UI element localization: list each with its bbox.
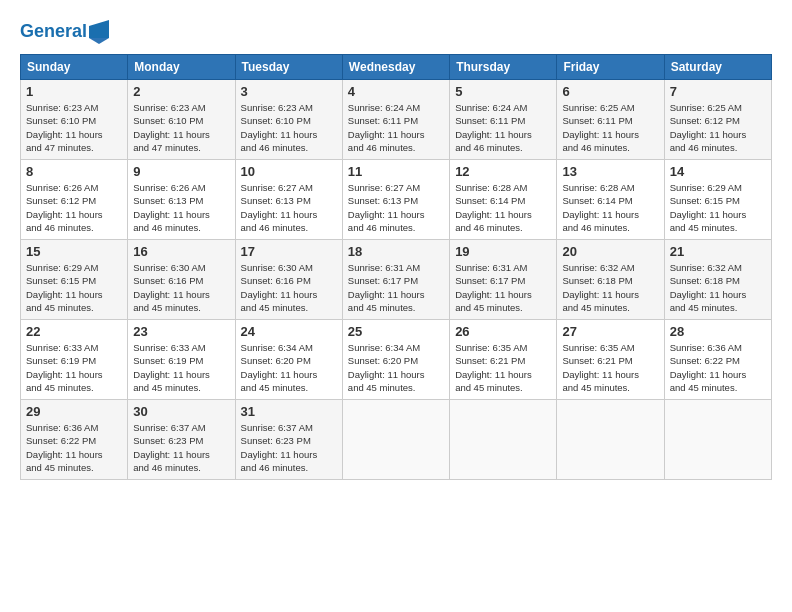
day-info: Sunrise: 6:26 AMSunset: 6:13 PMDaylight:… [133, 181, 229, 234]
day-cell: 31Sunrise: 6:37 AMSunset: 6:23 PMDayligh… [235, 400, 342, 480]
day-number: 27 [562, 324, 658, 339]
day-info: Sunrise: 6:32 AMSunset: 6:18 PMDaylight:… [562, 261, 658, 314]
col-header-monday: Monday [128, 55, 235, 80]
day-number: 13 [562, 164, 658, 179]
day-cell [450, 400, 557, 480]
day-info: Sunrise: 6:28 AMSunset: 6:14 PMDaylight:… [562, 181, 658, 234]
day-number: 28 [670, 324, 766, 339]
day-cell: 9Sunrise: 6:26 AMSunset: 6:13 PMDaylight… [128, 160, 235, 240]
day-number: 1 [26, 84, 122, 99]
day-info: Sunrise: 6:29 AMSunset: 6:15 PMDaylight:… [670, 181, 766, 234]
day-cell: 4Sunrise: 6:24 AMSunset: 6:11 PMDaylight… [342, 80, 449, 160]
day-cell: 29Sunrise: 6:36 AMSunset: 6:22 PMDayligh… [21, 400, 128, 480]
day-cell: 16Sunrise: 6:30 AMSunset: 6:16 PMDayligh… [128, 240, 235, 320]
day-info: Sunrise: 6:31 AMSunset: 6:17 PMDaylight:… [455, 261, 551, 314]
day-info: Sunrise: 6:28 AMSunset: 6:14 PMDaylight:… [455, 181, 551, 234]
day-number: 31 [241, 404, 337, 419]
col-header-friday: Friday [557, 55, 664, 80]
day-cell: 22Sunrise: 6:33 AMSunset: 6:19 PMDayligh… [21, 320, 128, 400]
day-info: Sunrise: 6:33 AMSunset: 6:19 PMDaylight:… [26, 341, 122, 394]
day-number: 17 [241, 244, 337, 259]
day-number: 12 [455, 164, 551, 179]
day-info: Sunrise: 6:24 AMSunset: 6:11 PMDaylight:… [348, 101, 444, 154]
day-info: Sunrise: 6:25 AMSunset: 6:12 PMDaylight:… [670, 101, 766, 154]
week-row-3: 22Sunrise: 6:33 AMSunset: 6:19 PMDayligh… [21, 320, 772, 400]
day-cell: 2Sunrise: 6:23 AMSunset: 6:10 PMDaylight… [128, 80, 235, 160]
week-row-0: 1Sunrise: 6:23 AMSunset: 6:10 PMDaylight… [21, 80, 772, 160]
svg-marker-0 [89, 20, 109, 38]
header: General [20, 20, 772, 44]
col-header-tuesday: Tuesday [235, 55, 342, 80]
day-cell: 3Sunrise: 6:23 AMSunset: 6:10 PMDaylight… [235, 80, 342, 160]
day-number: 10 [241, 164, 337, 179]
col-header-saturday: Saturday [664, 55, 771, 80]
day-cell: 15Sunrise: 6:29 AMSunset: 6:15 PMDayligh… [21, 240, 128, 320]
day-cell: 5Sunrise: 6:24 AMSunset: 6:11 PMDaylight… [450, 80, 557, 160]
day-number: 21 [670, 244, 766, 259]
day-cell: 18Sunrise: 6:31 AMSunset: 6:17 PMDayligh… [342, 240, 449, 320]
day-info: Sunrise: 6:23 AMSunset: 6:10 PMDaylight:… [241, 101, 337, 154]
day-cell: 1Sunrise: 6:23 AMSunset: 6:10 PMDaylight… [21, 80, 128, 160]
svg-marker-1 [89, 38, 109, 44]
day-number: 24 [241, 324, 337, 339]
week-row-4: 29Sunrise: 6:36 AMSunset: 6:22 PMDayligh… [21, 400, 772, 480]
day-info: Sunrise: 6:30 AMSunset: 6:16 PMDaylight:… [133, 261, 229, 314]
day-cell: 8Sunrise: 6:26 AMSunset: 6:12 PMDaylight… [21, 160, 128, 240]
logo: General [20, 20, 109, 44]
col-header-wednesday: Wednesday [342, 55, 449, 80]
col-header-thursday: Thursday [450, 55, 557, 80]
day-number: 18 [348, 244, 444, 259]
day-cell: 27Sunrise: 6:35 AMSunset: 6:21 PMDayligh… [557, 320, 664, 400]
day-number: 3 [241, 84, 337, 99]
day-number: 19 [455, 244, 551, 259]
day-info: Sunrise: 6:36 AMSunset: 6:22 PMDaylight:… [670, 341, 766, 394]
day-info: Sunrise: 6:32 AMSunset: 6:18 PMDaylight:… [670, 261, 766, 314]
day-number: 8 [26, 164, 122, 179]
day-number: 26 [455, 324, 551, 339]
day-info: Sunrise: 6:24 AMSunset: 6:11 PMDaylight:… [455, 101, 551, 154]
day-cell [557, 400, 664, 480]
day-cell [664, 400, 771, 480]
logo-icon [89, 20, 109, 44]
day-number: 16 [133, 244, 229, 259]
day-cell: 26Sunrise: 6:35 AMSunset: 6:21 PMDayligh… [450, 320, 557, 400]
calendar-table: SundayMondayTuesdayWednesdayThursdayFrid… [20, 54, 772, 480]
page: General SundayMondayTuesdayWednesdayThur… [0, 0, 792, 612]
day-info: Sunrise: 6:37 AMSunset: 6:23 PMDaylight:… [241, 421, 337, 474]
day-number: 20 [562, 244, 658, 259]
col-header-sunday: Sunday [21, 55, 128, 80]
week-row-2: 15Sunrise: 6:29 AMSunset: 6:15 PMDayligh… [21, 240, 772, 320]
calendar-header-row: SundayMondayTuesdayWednesdayThursdayFrid… [21, 55, 772, 80]
day-info: Sunrise: 6:27 AMSunset: 6:13 PMDaylight:… [241, 181, 337, 234]
day-cell: 11Sunrise: 6:27 AMSunset: 6:13 PMDayligh… [342, 160, 449, 240]
day-number: 11 [348, 164, 444, 179]
logo-text: General [20, 21, 87, 43]
day-cell: 28Sunrise: 6:36 AMSunset: 6:22 PMDayligh… [664, 320, 771, 400]
day-cell: 19Sunrise: 6:31 AMSunset: 6:17 PMDayligh… [450, 240, 557, 320]
day-cell: 14Sunrise: 6:29 AMSunset: 6:15 PMDayligh… [664, 160, 771, 240]
day-cell: 6Sunrise: 6:25 AMSunset: 6:11 PMDaylight… [557, 80, 664, 160]
day-number: 22 [26, 324, 122, 339]
day-cell: 13Sunrise: 6:28 AMSunset: 6:14 PMDayligh… [557, 160, 664, 240]
day-cell: 23Sunrise: 6:33 AMSunset: 6:19 PMDayligh… [128, 320, 235, 400]
day-number: 25 [348, 324, 444, 339]
day-cell: 17Sunrise: 6:30 AMSunset: 6:16 PMDayligh… [235, 240, 342, 320]
day-info: Sunrise: 6:25 AMSunset: 6:11 PMDaylight:… [562, 101, 658, 154]
day-number: 6 [562, 84, 658, 99]
day-cell: 21Sunrise: 6:32 AMSunset: 6:18 PMDayligh… [664, 240, 771, 320]
day-number: 23 [133, 324, 229, 339]
day-info: Sunrise: 6:36 AMSunset: 6:22 PMDaylight:… [26, 421, 122, 474]
week-row-1: 8Sunrise: 6:26 AMSunset: 6:12 PMDaylight… [21, 160, 772, 240]
day-info: Sunrise: 6:33 AMSunset: 6:19 PMDaylight:… [133, 341, 229, 394]
day-info: Sunrise: 6:30 AMSunset: 6:16 PMDaylight:… [241, 261, 337, 314]
day-number: 29 [26, 404, 122, 419]
day-info: Sunrise: 6:35 AMSunset: 6:21 PMDaylight:… [455, 341, 551, 394]
day-info: Sunrise: 6:26 AMSunset: 6:12 PMDaylight:… [26, 181, 122, 234]
day-number: 15 [26, 244, 122, 259]
day-cell: 30Sunrise: 6:37 AMSunset: 6:23 PMDayligh… [128, 400, 235, 480]
day-info: Sunrise: 6:23 AMSunset: 6:10 PMDaylight:… [133, 101, 229, 154]
day-cell: 24Sunrise: 6:34 AMSunset: 6:20 PMDayligh… [235, 320, 342, 400]
day-cell: 10Sunrise: 6:27 AMSunset: 6:13 PMDayligh… [235, 160, 342, 240]
day-cell: 7Sunrise: 6:25 AMSunset: 6:12 PMDaylight… [664, 80, 771, 160]
day-cell [342, 400, 449, 480]
